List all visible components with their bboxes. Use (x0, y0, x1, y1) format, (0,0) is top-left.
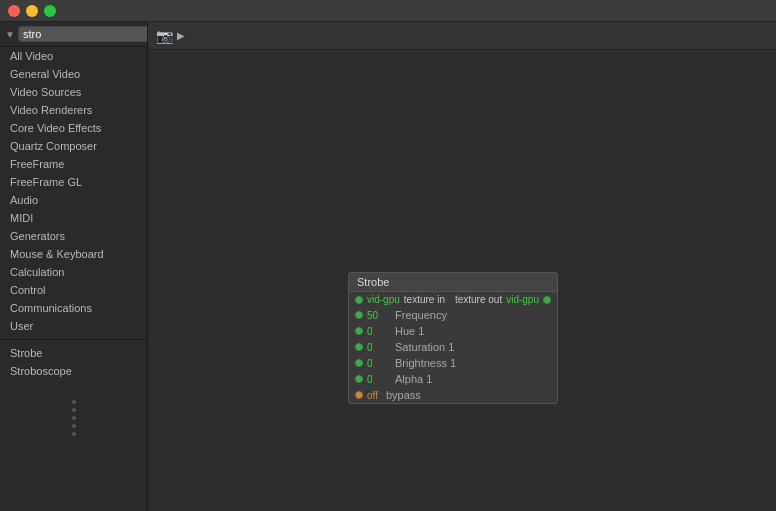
input-port-label: vid-gpu (367, 294, 400, 305)
param-value-bypass: off (367, 390, 378, 401)
scroll-dot-2 (72, 408, 76, 412)
scroll-dot-4 (72, 424, 76, 428)
param-dot-bypass[interactable] (355, 391, 363, 399)
sidebar-item-generators[interactable]: Generators (0, 227, 147, 245)
sidebar-item-communications[interactable]: Communications (0, 299, 147, 317)
play-icon[interactable]: ▶ (177, 30, 185, 41)
sidebar-item-mouse-keyboard[interactable]: Mouse & Keyboard (0, 245, 147, 263)
sidebar-item-calculation[interactable]: Calculation (0, 263, 147, 281)
param-value-frequency: 50 (367, 310, 387, 321)
param-value-brightness1: 0 (367, 358, 387, 369)
sidebar-item-midi[interactable]: MIDI (0, 209, 147, 227)
sidebar-item-video-renderers[interactable]: Video Renderers (0, 101, 147, 119)
texture-out-label: texture out (455, 294, 502, 305)
param-name-bypass: bypass (382, 389, 551, 401)
param-name-saturation1: Saturation 1 (391, 341, 551, 353)
param-name-hue1: Hue 1 (391, 325, 551, 337)
param-row-alpha1: 0 Alpha 1 (349, 371, 557, 387)
sidebar-item-freeframe-gl[interactable]: FreeFrame GL (0, 173, 147, 191)
search-input[interactable] (18, 26, 148, 42)
close-button[interactable] (8, 5, 20, 17)
param-dot-alpha1[interactable] (355, 375, 363, 383)
main-layout: ▼ X All Video General Video Video Source… (0, 22, 776, 511)
titlebar (0, 0, 776, 22)
maximize-button[interactable] (44, 5, 56, 17)
param-value-hue1: 0 (367, 326, 387, 337)
param-name-frequency: Frequency (391, 309, 551, 321)
scroll-dot-1 (72, 400, 76, 404)
output-port-dot[interactable] (543, 296, 551, 304)
param-value-saturation1: 0 (367, 342, 387, 353)
sidebar-result-strobe[interactable]: Strobe (0, 344, 147, 362)
param-name-brightness1: Brightness 1 (391, 357, 551, 369)
search-arrow-icon: ▼ (5, 29, 15, 40)
search-bar: ▼ X (0, 22, 147, 47)
sidebar-item-all-video[interactable]: All Video (0, 47, 147, 65)
sidebar-item-control[interactable]: Control (0, 281, 147, 299)
output-port-label: vid-gpu (506, 294, 539, 305)
param-row-brightness1: 0 Brightness 1 (349, 355, 557, 371)
sidebar-item-video-sources[interactable]: Video Sources (0, 83, 147, 101)
scroll-dot-5 (72, 432, 76, 436)
toolbar: 📷 ▶ (148, 22, 776, 50)
sidebar-categories: All Video General Video Video Sources Vi… (0, 47, 147, 511)
param-row-saturation1: 0 Saturation 1 (349, 339, 557, 355)
node-panel: Strobe vid-gpu texture in texture out vi… (348, 272, 558, 404)
sidebar-item-general-video[interactable]: General Video (0, 65, 147, 83)
node-header-row: vid-gpu texture in texture out vid-gpu (349, 292, 557, 307)
node-title: Strobe (349, 273, 557, 292)
param-dot-hue1[interactable] (355, 327, 363, 335)
minimize-button[interactable] (26, 5, 38, 17)
input-port-dot[interactable] (355, 296, 363, 304)
param-value-alpha1: 0 (367, 374, 387, 385)
sidebar-divider (0, 339, 147, 340)
sidebar-item-freeframe[interactable]: FreeFrame (0, 155, 147, 173)
sidebar-item-core-video[interactable]: Core Video Effects (0, 119, 147, 137)
param-name-alpha1: Alpha 1 (391, 373, 551, 385)
sidebar-item-audio[interactable]: Audio (0, 191, 147, 209)
scroll-dot-3 (72, 416, 76, 420)
sidebar-item-quartz[interactable]: Quartz Composer (0, 137, 147, 155)
content-area: 📷 ▶ Strobe vid-gpu texture in texture ou… (148, 22, 776, 511)
sidebar-item-user[interactable]: User (0, 317, 147, 335)
param-dot-brightness1[interactable] (355, 359, 363, 367)
param-dot-frequency[interactable] (355, 311, 363, 319)
sidebar-result-stroboscope[interactable]: Stroboscope (0, 362, 147, 380)
texture-in-label: texture in (404, 294, 445, 305)
param-row-hue1: 0 Hue 1 (349, 323, 557, 339)
camera-icon[interactable]: 📷 (156, 28, 173, 44)
param-row-frequency: 50 Frequency (349, 307, 557, 323)
sidebar: ▼ X All Video General Video Video Source… (0, 22, 148, 511)
param-dot-saturation1[interactable] (355, 343, 363, 351)
param-row-bypass: off bypass (349, 387, 557, 403)
scroll-indicators (0, 380, 147, 440)
